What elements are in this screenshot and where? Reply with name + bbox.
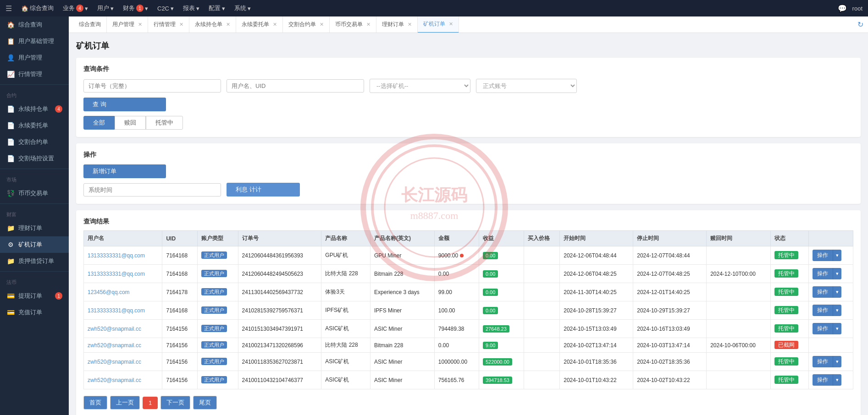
miner-icon: ⚙ bbox=[6, 241, 15, 248]
sidebar-item-用户管理[interactable]: 👤 用户管理 bbox=[0, 49, 69, 66]
refresh-icon[interactable]: ↻ bbox=[857, 20, 863, 29]
close-tab-永续委托单[interactable]: ✕ bbox=[273, 22, 277, 27]
query-button[interactable]: 查 询 bbox=[83, 98, 166, 111]
cell-product-name-en: Experience 3 days bbox=[370, 283, 435, 301]
sidebar-item-充值订单[interactable]: 💳 充值订单 bbox=[0, 304, 69, 321]
sidebar-item-交割场控设置[interactable]: 📄 交割场控设置 bbox=[0, 150, 69, 167]
action-dropdown-btn[interactable]: ▾ bbox=[833, 374, 841, 386]
sidebar-item-质押借贷订单[interactable]: 📁 质押借贷订单 bbox=[0, 253, 69, 269]
close-tab-行情管理[interactable]: ✕ bbox=[179, 22, 183, 27]
col-header-amount: 金额 bbox=[434, 231, 479, 246]
page-first-btn[interactable]: 首页 bbox=[83, 396, 107, 410]
profit-badge: 27648.23 bbox=[483, 325, 509, 333]
account-type-select[interactable]: 正式账号 测试账号 bbox=[476, 79, 577, 93]
close-tab-交割合约单[interactable]: ✕ bbox=[320, 22, 324, 27]
sidebar-item-交割合约单[interactable]: 📄 交割合约单 bbox=[0, 134, 69, 150]
add-order-button[interactable]: 新增订单 bbox=[83, 164, 166, 178]
filter-tab-redeem[interactable]: 赎回 bbox=[115, 116, 146, 130]
cell-amount: 99.00 bbox=[434, 283, 479, 301]
cell-username: 13133333331@qq.com bbox=[84, 301, 162, 320]
sidebar-item-行情管理[interactable]: 📈 行情管理 bbox=[0, 66, 69, 82]
nav-business[interactable]: 业务 4 ▾ bbox=[63, 4, 88, 12]
nav-system[interactable]: 系统 ▾ bbox=[234, 4, 251, 12]
nav-report[interactable]: 报表 ▾ bbox=[183, 4, 199, 12]
tab-矿机订单[interactable]: 矿机订单 ✕ bbox=[418, 16, 459, 33]
tab-币币交易单[interactable]: 币币交易单 ✕ bbox=[330, 16, 376, 33]
sidebar-item-用户基础管理[interactable]: 📋 用户基础管理 bbox=[0, 33, 69, 49]
nav-user[interactable]: 用户 ▾ bbox=[97, 4, 114, 12]
cell-buy-price bbox=[524, 246, 560, 265]
delivery-control-icon: 📄 bbox=[6, 155, 15, 162]
order-no-input[interactable] bbox=[83, 79, 221, 93]
cell-account-type: 正式用户 bbox=[198, 320, 238, 338]
cell-uid: 7164168 bbox=[162, 265, 198, 283]
withdraw-icon: 💳 bbox=[6, 292, 15, 300]
cell-product-name-en: ASIC Miner bbox=[370, 371, 435, 389]
cell-amount: 0.00 bbox=[434, 338, 479, 353]
tab-永续委托单[interactable]: 永续委托单 ✕ bbox=[236, 16, 283, 33]
cell-buy-price bbox=[524, 301, 560, 320]
action-dropdown-btn[interactable]: ▾ bbox=[833, 286, 841, 298]
home-icon: 🏠 bbox=[21, 5, 28, 12]
cell-buy-price bbox=[524, 338, 560, 353]
tab-永续持仓单[interactable]: 永续持仓单 ✕ bbox=[189, 16, 236, 33]
sidebar-item-币币交易单[interactable]: 💱 币币交易单 bbox=[0, 185, 69, 202]
action-button[interactable]: 操作 bbox=[813, 356, 833, 367]
action-button[interactable]: 操作 bbox=[813, 323, 833, 334]
page-last-btn[interactable]: 尾页 bbox=[193, 396, 217, 410]
tab-综合查询[interactable]: 综合查询 bbox=[73, 16, 107, 33]
page-current-btn[interactable]: 1 bbox=[143, 397, 158, 409]
sidebar-item-综合查询[interactable]: 🏠 综合查询 bbox=[0, 16, 69, 33]
close-tab-永续持仓单[interactable]: ✕ bbox=[226, 22, 230, 27]
close-tab-用户管理[interactable]: ✕ bbox=[138, 22, 142, 27]
message-icon[interactable]: 💬 bbox=[838, 4, 847, 13]
filter-tab-all[interactable]: 全部 bbox=[83, 116, 115, 130]
nav-home[interactable]: 🏠 综合查询 bbox=[21, 4, 54, 12]
page-next-btn[interactable]: 下一页 bbox=[160, 396, 190, 410]
action-dropdown-btn[interactable]: ▾ bbox=[833, 250, 841, 261]
action-button[interactable]: 操作 bbox=[813, 268, 833, 279]
cell-order-no: 24101513034947391971 bbox=[238, 320, 321, 338]
sys-time-input[interactable] bbox=[83, 183, 221, 197]
close-tab-币币交易单[interactable]: ✕ bbox=[366, 22, 370, 27]
filter-tab-hosting[interactable]: 托管中 bbox=[146, 116, 183, 130]
action-button[interactable]: 操作 bbox=[813, 286, 833, 298]
tab-行情管理[interactable]: 行情管理 ✕ bbox=[148, 16, 189, 33]
cell-username: 13133333331@qq.com bbox=[84, 265, 162, 283]
sidebar-item-理财订单[interactable]: 📁 理财订单 bbox=[0, 220, 69, 236]
sidebar-item-矿机订单[interactable]: ⚙ 矿机订单 bbox=[0, 236, 69, 253]
sidebar-item-永续委托单[interactable]: 📄 永续委托单 bbox=[0, 117, 69, 134]
cell-order-no: 24120604482494505623 bbox=[238, 265, 321, 283]
cell-uid: 7164178 bbox=[162, 283, 198, 301]
tab-用户管理[interactable]: 用户管理 ✕ bbox=[107, 16, 148, 33]
nav-c2c[interactable]: C2C ▾ bbox=[157, 5, 174, 12]
search-section-title: 查询条件 bbox=[83, 65, 853, 73]
action-dropdown-btn[interactable]: ▾ bbox=[833, 305, 841, 316]
cell-product-name-en: GPU Miner bbox=[370, 246, 435, 265]
action-dropdown-btn[interactable]: ▾ bbox=[833, 323, 841, 334]
action-button[interactable]: 操作 bbox=[813, 250, 833, 261]
nav-config[interactable]: 配置 ▾ bbox=[209, 4, 225, 12]
cell-status: 托管中 bbox=[770, 371, 808, 389]
table-row: zwh520@snapmail.cc 7164156 正式用户 24101513… bbox=[84, 320, 853, 338]
tab-交割合约单[interactable]: 交割合约单 ✕ bbox=[283, 16, 330, 33]
nav-finance[interactable]: 财务 1 ▾ bbox=[123, 4, 148, 12]
sidebar-item-永续持仓单[interactable]: 📄 永续持仓单 4 bbox=[0, 101, 69, 117]
col-header-account-type: 账户类型 bbox=[198, 231, 238, 246]
miner-select[interactable]: --选择矿机-- bbox=[370, 79, 470, 93]
tab-理财订单[interactable]: 理财订单 ✕ bbox=[376, 16, 418, 33]
interest-calc-button[interactable]: 利息 计计 bbox=[227, 183, 300, 197]
page-prev-btn[interactable]: 上一页 bbox=[110, 396, 140, 410]
action-dropdown-btn[interactable]: ▾ bbox=[833, 268, 841, 279]
action-button[interactable]: 操作 bbox=[813, 374, 833, 386]
username-uid-input[interactable] bbox=[227, 79, 364, 93]
close-tab-理财订单[interactable]: ✕ bbox=[408, 22, 412, 27]
ops-card: 操作 新增订单 利息 计计 bbox=[76, 143, 861, 204]
hamburger-icon[interactable]: ☰ bbox=[6, 4, 12, 13]
action-button[interactable]: 操作 bbox=[813, 305, 833, 316]
action-dropdown-btn[interactable]: ▾ bbox=[833, 356, 841, 367]
sidebar-item-提现订单[interactable]: 💳 提现订单 1 bbox=[0, 288, 69, 304]
deposit-icon: 💳 bbox=[6, 309, 15, 316]
cell-status: 托管中 bbox=[770, 265, 808, 283]
close-tab-矿机订单[interactable]: ✕ bbox=[449, 21, 453, 27]
